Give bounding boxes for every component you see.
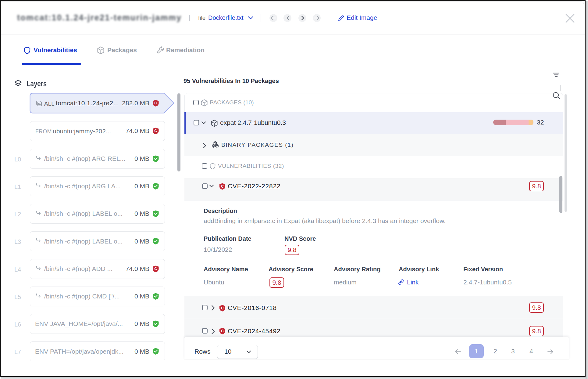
svg-text:C: C	[154, 129, 157, 133]
svg-text:C: C	[154, 101, 157, 105]
